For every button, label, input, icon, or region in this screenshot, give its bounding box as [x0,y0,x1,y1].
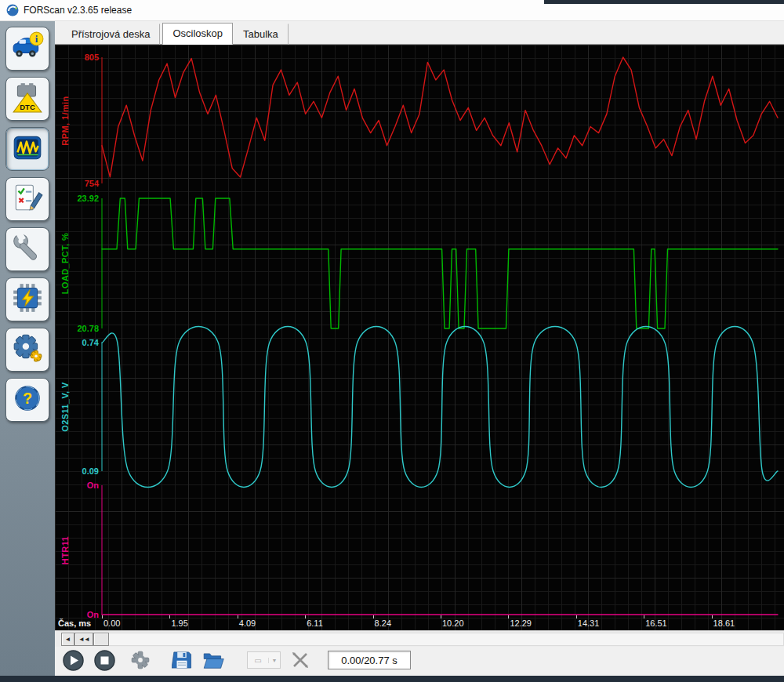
tab-osciloskop[interactable]: Osciloskop [162,23,233,45]
x-tick-label: 12.29 [510,619,532,628]
x-tickmark [373,615,374,619]
tab-tabulka[interactable]: Tabulka [233,24,289,45]
oscilloscope-icon [11,131,44,167]
x-tick-label: 0.00 [103,619,120,628]
save-button[interactable] [172,650,192,670]
x-axis-label: Čas, ms [58,619,91,628]
time-value: 0.00/20.77 s [341,655,397,666]
x-tickmark [508,615,509,619]
channel-label-load: LOAD_PCT, % [60,233,70,294]
main-area: i DTC [0,21,784,677]
x-tick-label: 10.20 [442,619,464,628]
channel-label-htr: HTR11 [60,535,70,564]
clear-graph-button[interactable] [291,651,310,669]
waveform-canvas [55,45,784,630]
content-area: Přístrojová deska Osciloskop Tabulka RPM… [55,21,784,677]
open-button[interactable] [202,650,224,670]
background-window-strip [544,0,784,4]
channel-max-htr: On [55,481,99,490]
channel-min-load: 20.78 [55,324,99,333]
svg-text:DTC: DTC [20,103,35,111]
trigger-mode-value[interactable]: ▭ [248,656,268,665]
x-tick-label: 6.11 [307,619,323,628]
svg-text:?: ? [23,390,32,407]
channel-max-rpm: 805 [55,53,99,62]
x-tick-label: 14.31 [578,619,600,628]
trigger-mode-combo: ▭ ▼ [247,651,281,669]
scrollbar-track[interactable] [109,633,784,646]
scroll-left-fast-button[interactable]: ◄◄ [74,633,93,646]
x-tickmark [712,615,713,619]
combo-dropdown-icon[interactable]: ▼ [268,658,280,663]
x-tickmark [644,615,644,619]
sidebar-button-help[interactable]: ? [5,378,49,422]
x-tickmark [238,615,238,619]
channel-label-o2: O2S11_V, V [60,382,70,432]
tab-bar: Přístrojová deska Osciloskop Tabulka [55,21,784,45]
vehicle-info-icon: i [11,31,44,67]
channel-max-o2: 0.74 [55,338,99,347]
help-icon: ? [11,382,44,418]
channel-max-load: 23.92 [55,194,99,203]
tests-checklist-icon [11,181,44,217]
channel-min-o2: 0.09 [55,466,99,476]
scope-settings-button[interactable] [130,650,151,670]
tab-pristrojova-deska[interactable]: Přístrojová deska [61,24,160,45]
titlebar: FORScan v2.3.65 release [0,0,784,21]
channel-min-rpm: 754 [55,179,99,188]
dtc-icon: DTC [11,81,44,117]
sidebar-button-settings[interactable] [5,328,49,372]
x-tick-label: 8.24 [375,619,391,628]
x-tick-label: 16.51 [645,619,667,628]
sidebar-button-service[interactable] [5,227,49,271]
x-tick-label: 18.61 [713,619,735,628]
sidebar-button-vehicle-info[interactable]: i [5,27,49,71]
scrollbar-thumb[interactable] [93,633,109,646]
x-tickmark [305,615,306,619]
play-button[interactable] [63,650,84,671]
scope-scrollbar: ◄ ◄◄ [55,630,784,647]
scroll-left-button[interactable]: ◄ [61,633,74,646]
scope-controls: ▭ ▼ 0.00/20.77 s [55,647,784,673]
taskbar-edge [0,676,784,682]
sidebar-button-dtc[interactable]: DTC [5,77,49,121]
x-tick-label: 4.09 [239,619,256,628]
gear-icon [11,332,44,368]
chip-icon [11,281,44,317]
sidebar-button-oscilloscope[interactable] [5,127,49,171]
sidebar: i DTC [0,21,55,677]
wrench-icon [11,231,44,267]
stop-button[interactable] [94,650,115,671]
app-icon [6,4,19,16]
oscilloscope-plot[interactable]: RPM, 1/min805754LOAD_PCT, %23.9220.78O2S… [55,45,784,630]
x-tickmark [169,615,170,619]
x-tickmark [441,615,441,619]
channel-label-rpm: RPM, 1/min [60,96,70,145]
x-tickmark [102,615,103,619]
x-tickmark [576,615,577,619]
x-tick-label: 1.95 [171,619,187,628]
time-indicator: 0.00/20.77 s [328,651,411,669]
sidebar-button-tests[interactable] [5,177,49,221]
sidebar-button-programming[interactable] [5,278,49,321]
window-title: FORScan v2.3.65 release [24,5,132,16]
svg-text:i: i [35,34,38,45]
